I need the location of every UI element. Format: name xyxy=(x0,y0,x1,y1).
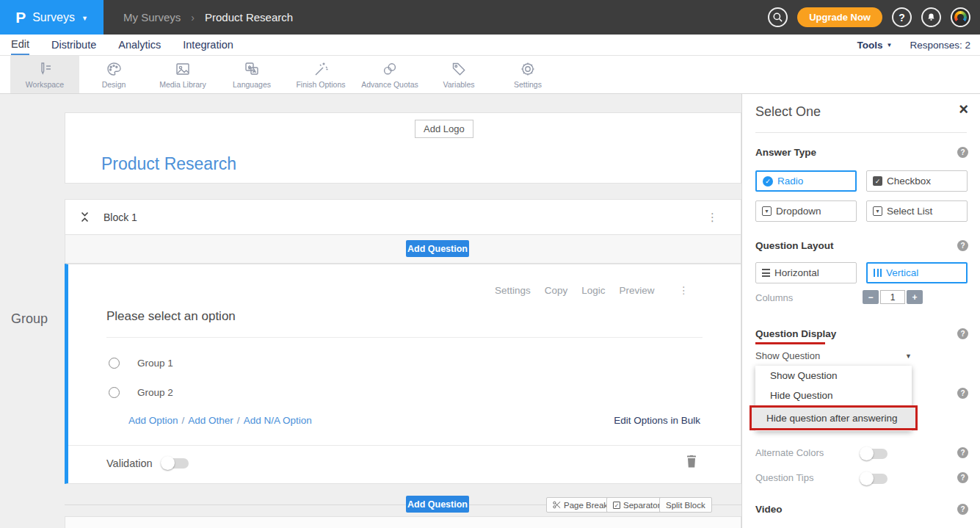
answer-type-dropdown[interactable]: ▼ Dropdown xyxy=(755,200,857,222)
app-menu-label: Surveys xyxy=(32,11,75,24)
split-block-label: Split Block xyxy=(666,501,705,510)
app-menu-surveys[interactable]: P Surveys ▼ xyxy=(0,0,104,35)
question-card: Settings Copy Logic Preview ⋮ Please sel… xyxy=(65,264,741,484)
answer-type-select-list[interactable]: ▼ Select List xyxy=(866,200,968,222)
translate-icon xyxy=(243,60,261,78)
question-action-preview[interactable]: Preview xyxy=(619,285,654,296)
menu-item-hide-after-answering[interactable]: Hide question after answering xyxy=(752,408,915,428)
annotation-red-underline xyxy=(755,342,825,344)
tab-integration[interactable]: Integration xyxy=(183,35,233,55)
add-logo-button[interactable]: Add Logo xyxy=(415,120,473,138)
question-divider xyxy=(106,337,703,338)
question-tips-toggle[interactable] xyxy=(861,474,888,484)
magic-wand-icon xyxy=(312,60,330,78)
answer-type-help-icon[interactable]: ? xyxy=(957,147,968,158)
video-help-icon[interactable]: ? xyxy=(957,504,968,515)
radio-option-1[interactable] xyxy=(109,358,120,369)
tab-analytics[interactable]: Analytics xyxy=(118,35,161,55)
question-action-copy[interactable]: Copy xyxy=(545,285,568,296)
menu-item-show-question[interactable]: Show Question xyxy=(755,366,912,386)
alternate-colors-help-icon[interactable]: ? xyxy=(957,447,968,458)
columns-stepper: − + xyxy=(863,290,923,304)
upgrade-now-button[interactable]: Upgrade Now xyxy=(797,7,882,27)
toolbar-item-workspace[interactable]: Workspace xyxy=(10,56,79,93)
edit-toolbar: Workspace Design Media Library Languages… xyxy=(0,56,980,94)
palette-icon xyxy=(105,60,123,78)
toolbar-item-label: Advance Quotas xyxy=(361,80,418,89)
columns-increment-button[interactable]: + xyxy=(907,290,923,304)
tools-label: Tools xyxy=(857,40,883,51)
block-menu-icon[interactable]: ⋮ xyxy=(707,211,719,224)
tools-menu[interactable]: Tools ▼ xyxy=(857,40,893,51)
alternate-colors-toggle[interactable] xyxy=(861,449,888,459)
layout-vertical[interactable]: Vertical xyxy=(866,262,968,283)
radio-option-2[interactable] xyxy=(109,387,120,398)
layout-horizontal[interactable]: Horizontal xyxy=(755,262,857,283)
delete-question-trash-icon[interactable] xyxy=(686,455,697,468)
breadcrumb-my-surveys[interactable]: My Surveys xyxy=(123,11,181,23)
notifications-button[interactable] xyxy=(921,7,941,27)
validation-toggle[interactable] xyxy=(162,458,189,469)
help-button[interactable]: ? xyxy=(892,7,912,27)
dropdown-box-icon: ▼ xyxy=(762,206,772,216)
answer-type-radio[interactable]: ✓ Radio xyxy=(755,170,857,192)
page-break-label: Page Break xyxy=(564,501,608,510)
question-display-select[interactable]: Show Question ▼ xyxy=(755,350,912,361)
bell-icon xyxy=(926,12,937,23)
close-panel-icon[interactable]: × xyxy=(959,101,968,117)
page-break-button[interactable]: Page Break xyxy=(546,497,614,513)
toolbar-item-label: Workspace xyxy=(26,80,64,89)
search-button[interactable] xyxy=(768,7,788,27)
question-tips-label: Question Tips xyxy=(755,472,814,483)
toolbar-item-languages[interactable]: Languages xyxy=(217,56,286,93)
chevron-down-icon: ▼ xyxy=(81,15,88,22)
block-title[interactable]: Block 1 xyxy=(104,211,137,223)
collapse-block-icon[interactable] xyxy=(80,211,90,223)
split-block-button[interactable]: Split Block xyxy=(659,497,712,513)
toolbar-item-variables[interactable]: Variables xyxy=(424,56,493,93)
columns-decrement-button[interactable]: − xyxy=(863,290,879,304)
option-label-2[interactable]: Group 2 xyxy=(137,387,173,398)
vertical-bars-icon xyxy=(874,269,882,277)
answer-type-checkbox[interactable]: ✓ Checkbox xyxy=(866,170,968,192)
add-question-button-top[interactable]: Add Question xyxy=(406,240,469,257)
workspace-icon xyxy=(36,60,54,78)
chevron-down-icon: ▼ xyxy=(887,42,893,48)
add-option-link[interactable]: Add Option xyxy=(128,415,178,426)
toolbar-item-settings[interactable]: Settings xyxy=(493,56,562,93)
menu-item-hide-question[interactable]: Hide Question xyxy=(755,386,912,405)
chevron-down-icon: ▼ xyxy=(905,352,912,360)
account-avatar[interactable] xyxy=(951,7,970,27)
survey-title[interactable]: Product Research xyxy=(101,154,236,174)
question-display-menu: Show Question Hide Question Hide questio… xyxy=(755,366,912,431)
question-layout-help-icon[interactable]: ? xyxy=(957,240,968,251)
toolbar-item-design[interactable]: Design xyxy=(79,56,148,93)
checkbox-icon: ✓ xyxy=(873,176,882,186)
separator-button[interactable]: ✓ Separator xyxy=(606,497,667,513)
edit-options-in-bulk-link[interactable]: Edit Options in Bulk xyxy=(614,415,700,426)
tab-edit[interactable]: Edit xyxy=(11,35,29,55)
tab-distribute[interactable]: Distribute xyxy=(51,35,96,55)
checkbox-label: Checkbox xyxy=(887,176,931,187)
columns-value-input[interactable] xyxy=(880,290,905,304)
option-label-1[interactable]: Group 1 xyxy=(137,358,173,369)
question-menu-icon[interactable]: ⋮ xyxy=(679,284,690,296)
add-other-link[interactable]: Add Other xyxy=(188,415,233,426)
responses-count[interactable]: Responses: 2 xyxy=(910,40,970,51)
breadcrumb-separator-icon: › xyxy=(191,12,195,23)
question-action-logic[interactable]: Logic xyxy=(581,285,605,296)
hidden-row-help-icon[interactable]: ? xyxy=(957,388,968,399)
toolbar-item-finish-options[interactable]: Finish Options xyxy=(286,56,355,93)
toolbar-item-media-library[interactable]: Media Library xyxy=(148,56,217,93)
toolbar-item-advance-quotas[interactable]: Advance Quotas xyxy=(355,56,424,93)
add-na-option-link[interactable]: Add N/A Option xyxy=(244,415,312,426)
question-display-help-icon[interactable]: ? xyxy=(957,328,968,339)
add-question-button-bottom[interactable]: Add Question xyxy=(406,496,469,513)
group-side-label: Group xyxy=(11,311,48,327)
toolbar-item-label: Languages xyxy=(233,80,271,89)
question-tips-help-icon[interactable]: ? xyxy=(957,472,968,483)
question-action-settings[interactable]: Settings xyxy=(495,285,531,296)
search-icon xyxy=(772,12,783,23)
question-text[interactable]: Please select an option xyxy=(106,309,236,324)
question-layout-heading: Question Layout xyxy=(755,240,834,251)
